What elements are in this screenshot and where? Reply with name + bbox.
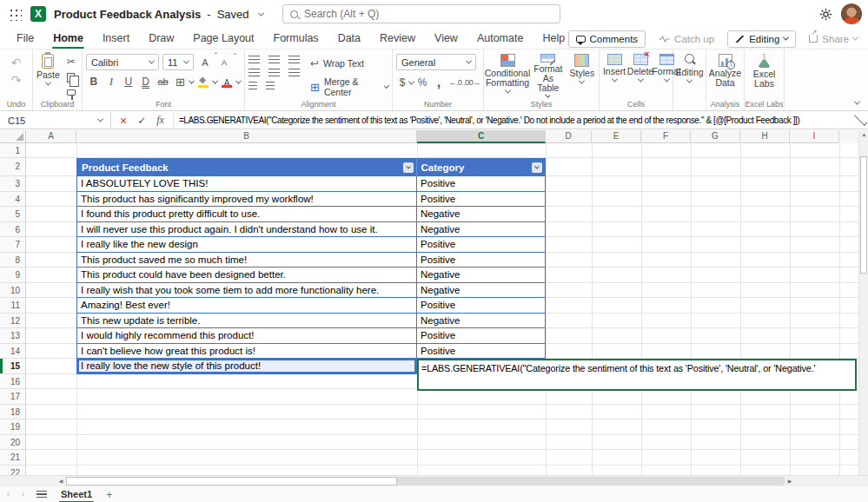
row-header[interactable]: 16: [0, 374, 25, 390]
feedback-cell[interactable]: I ABSOLUTELY LOVE THIS!: [76, 176, 417, 191]
align-left-icon[interactable]: [248, 69, 260, 76]
wrap-text-button[interactable]: Wrap Text: [310, 57, 388, 69]
document-title[interactable]: Product Feedback Analysis - Saved: [54, 0, 263, 28]
menu-tab[interactable]: Formulas: [264, 28, 328, 50]
column-header[interactable]: B: [76, 130, 417, 143]
menu-tab[interactable]: Home: [43, 28, 93, 50]
category-header-cell[interactable]: Category: [417, 159, 545, 176]
row-header[interactable]: 13: [0, 328, 25, 344]
row-header[interactable]: 10: [0, 283, 25, 299]
format-as-table-button[interactable]: Format As Table: [531, 54, 566, 98]
row-header[interactable]: 8: [0, 253, 25, 268]
analyze-data-button[interactable]: Analyze Data: [710, 54, 740, 98]
menu-tab[interactable]: Page Layout: [183, 28, 263, 50]
expand-formula-bar-chevron[interactable]: [854, 112, 868, 126]
user-avatar[interactable]: [841, 3, 862, 24]
feedback-cell[interactable]: I really wish that you took some tiem to…: [76, 283, 417, 298]
insert-function-icon[interactable]: fx: [156, 114, 164, 127]
active-cell-editor[interactable]: =LABS.GENERATIVEAI("Categorize the senti…: [417, 359, 857, 391]
grid-row[interactable]: [26, 143, 858, 158]
feedback-cell[interactable]: I can't believe how great this product i…: [76, 344, 417, 359]
menu-tab[interactable]: View: [425, 28, 467, 50]
feedback-cell[interactable]: I really like the new design: [76, 237, 417, 252]
category-cell[interactable]: Negative: [417, 207, 546, 221]
scroll-left-arrow[interactable]: ◀: [56, 476, 66, 486]
grid-row[interactable]: [26, 435, 858, 451]
row-header[interactable]: 19: [0, 419, 25, 435]
menu-tab[interactable]: Automate: [467, 28, 533, 50]
fill-color-button[interactable]: [195, 75, 211, 89]
menu-tab[interactable]: Draw: [139, 28, 183, 50]
share-button[interactable]: Share: [802, 30, 865, 48]
redo-button[interactable]: [9, 73, 24, 87]
search-input[interactable]: Search (Alt + Q): [282, 4, 560, 23]
feedback-cell[interactable]: I really love the new style of this prod…: [76, 359, 417, 373]
category-cell[interactable]: Negative: [417, 283, 546, 298]
grid-row[interactable]: [26, 389, 858, 405]
column-header[interactable]: E: [592, 130, 641, 143]
column-header[interactable]: D: [546, 130, 592, 143]
column-header[interactable]: I: [790, 130, 839, 143]
select-all-corner[interactable]: [0, 130, 26, 143]
merge-center-button[interactable]: Merge & Center: [310, 76, 388, 97]
menu-tab[interactable]: Data: [328, 28, 370, 50]
paste-button[interactable]: Paste: [36, 54, 60, 98]
row-header[interactable]: 6: [0, 222, 25, 238]
column-header[interactable]: H: [740, 130, 790, 143]
sheet-tab-sheet1[interactable]: Sheet1: [59, 489, 94, 499]
align-bottom-icon[interactable]: [288, 56, 300, 63]
vertical-scrollbar-thumb[interactable]: [860, 156, 867, 274]
editing-dropdown-button[interactable]: Editing: [677, 54, 702, 98]
italic-button[interactable]: [103, 75, 119, 89]
menu-tab[interactable]: Review: [370, 28, 425, 50]
row-header[interactable]: 12: [0, 314, 25, 329]
comments-button[interactable]: Comments: [568, 30, 646, 48]
align-middle-icon[interactable]: [268, 56, 280, 63]
row-header[interactable]: 17: [0, 389, 25, 405]
filter-button-product-feedback[interactable]: [403, 162, 414, 173]
row-header[interactable]: 4: [0, 192, 25, 208]
chevron-down-icon[interactable]: [189, 77, 195, 83]
conditional-formatting-button[interactable]: Conditional Formatting: [487, 54, 527, 98]
feedback-cell[interactable]: I would highly recommend this product!: [76, 328, 417, 343]
category-cell[interactable]: Positive: [417, 328, 546, 343]
menu-tab[interactable]: Insert: [93, 28, 139, 50]
row-header[interactable]: 22: [0, 466, 25, 476]
product-feedback-header-cell[interactable]: Product Feedback: [77, 159, 417, 176]
row-header[interactable]: 14: [0, 344, 25, 360]
align-center-icon[interactable]: [268, 69, 280, 76]
grid-row[interactable]: [26, 466, 858, 476]
chevron-down-icon[interactable]: [408, 78, 414, 84]
font-name-select[interactable]: Calibri: [86, 54, 159, 70]
feedback-cell[interactable]: Amazing! Best ever!: [76, 298, 417, 313]
increase-font-button[interactable]: [197, 56, 213, 69]
editing-mode-button[interactable]: Editing: [727, 30, 796, 48]
currency-format-button[interactable]: [396, 76, 408, 89]
feedback-cell[interactable]: I found this product pretty difficult to…: [76, 207, 417, 221]
column-header[interactable]: F: [641, 130, 691, 143]
scroll-right-arrow[interactable]: ▶: [785, 476, 795, 486]
feedback-cell[interactable]: This product saved me so much time!: [76, 253, 417, 268]
align-right-icon[interactable]: [288, 69, 300, 76]
grid-row[interactable]: [26, 450, 858, 466]
scroll-up-arrow[interactable]: ▲: [859, 132, 868, 137]
cut-button[interactable]: [63, 56, 79, 68]
decrease-decimal-button[interactable]: [464, 76, 480, 89]
category-cell[interactable]: Positive: [417, 237, 546, 252]
previous-sheet-arrow[interactable]: ‹: [7, 490, 10, 499]
horizontal-scrollbar[interactable]: ◀ ▶: [0, 475, 868, 486]
feedback-cell[interactable]: I will never use this product again. I d…: [76, 222, 417, 237]
row-header[interactable]: 5: [0, 207, 25, 222]
delete-cells-button[interactable]: Delete: [629, 54, 652, 98]
chevron-down-icon[interactable]: [212, 77, 218, 83]
chevron-down-icon[interactable]: [257, 10, 263, 16]
insert-cells-button[interactable]: Insert: [603, 54, 626, 98]
double-underline-button[interactable]: [138, 75, 154, 89]
row-header[interactable]: 20: [0, 435, 25, 451]
vertical-scrollbar[interactable]: ▲: [858, 130, 868, 475]
excel-labs-button[interactable]: Excel Labs: [748, 54, 780, 98]
grid-row[interactable]: [26, 405, 858, 420]
row-header[interactable]: 7: [0, 237, 25, 253]
chevron-down-icon[interactable]: [235, 77, 242, 83]
row-header[interactable]: 15: [0, 359, 25, 374]
